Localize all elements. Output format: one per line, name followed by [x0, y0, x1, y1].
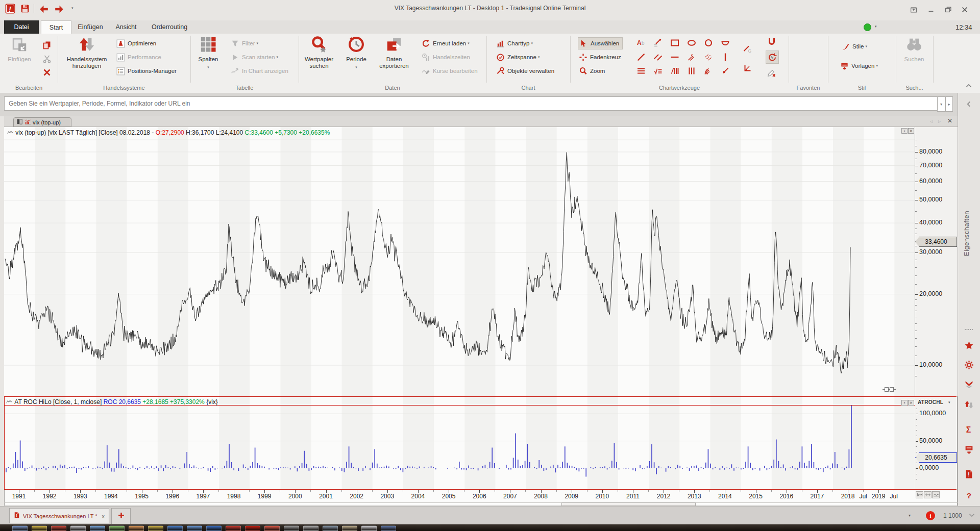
info-badge[interactable]: i — [926, 511, 935, 520]
window-pin-button-icon[interactable] — [910, 6, 918, 14]
taskbar-app-icon[interactable] — [90, 525, 105, 531]
ribbon-tab-ansicht[interactable]: Ansicht — [110, 20, 142, 34]
taskbar-app-icon[interactable] — [323, 525, 338, 531]
tool-button-kopieren[interactable] — [41, 39, 53, 51]
tool-button-tool-retracements[interactable] — [685, 65, 698, 77]
sidebar-help-icon[interactable]: ? — [964, 491, 974, 500]
button-zeitspanne[interactable]: Zeitspanne▾ — [495, 52, 543, 63]
button-stile[interactable]: Stile▾ — [840, 41, 870, 52]
taskbar-app-icon[interactable] — [70, 525, 86, 531]
taskbar-app-icon[interactable] — [148, 525, 163, 531]
taskbar-app-icon[interactable] — [303, 525, 318, 531]
axis-scale-fixed-button[interactable] — [916, 491, 923, 498]
formula-input[interactable] — [4, 96, 944, 111]
tool-button-tool-formel[interactable] — [652, 65, 664, 77]
tool-button-tool-linienbuendel[interactable] — [635, 65, 647, 77]
tool-button-tool-pfeil[interactable] — [719, 65, 731, 77]
taskbar-app-icon[interactable] — [342, 525, 357, 531]
tab-nav-prev[interactable]: ◃ — [930, 119, 935, 124]
forward-button-icon[interactable] — [54, 4, 64, 14]
status-expand-icon[interactable] — [968, 511, 976, 519]
tool-button-tool-kreis[interactable] — [702, 37, 715, 49]
sidebar-sort-icon[interactable] — [964, 400, 974, 410]
taskbar-app-icon[interactable] — [167, 525, 183, 531]
sidebar-templates-icon[interactable] — [964, 445, 974, 454]
tool-button-tool-text[interactable]: Ab — [635, 37, 647, 49]
taskbar-app-icon[interactable] — [12, 525, 28, 531]
tool-button-tool-winkel[interactable] — [741, 62, 753, 74]
back-button-icon[interactable] — [39, 4, 49, 14]
qat-customize-button[interactable]: ▾ — [71, 6, 77, 11]
sidebar-favorites-icon[interactable] — [964, 341, 974, 350]
button-positions-manager[interactable]: Positions-Manager — [115, 65, 180, 77]
tool-button-tool-fibonacci[interactable] — [669, 65, 681, 77]
taskbar-app-icon[interactable] — [264, 525, 280, 531]
sidebar-expand-all-icon[interactable] — [964, 380, 974, 389]
zoom-dropdown[interactable]: ▾ — [909, 513, 914, 518]
button-optimieren[interactable]: Optimieren — [115, 38, 159, 49]
connection-dropdown[interactable]: ▾ — [875, 24, 880, 30]
taskbar-app-icon[interactable] — [381, 525, 396, 531]
button-wertpapier-suchen[interactable]: Wertpapiersuchen — [301, 36, 337, 84]
ribbon-collapse-icon[interactable] — [965, 82, 973, 90]
roc-chart-plot[interactable] — [5, 397, 915, 489]
tool-button-tool-loeschen[interactable] — [766, 66, 778, 79]
tool-button-tool-pitchfork[interactable] — [685, 51, 698, 63]
pane-maximize-button[interactable]: ▪ — [901, 400, 908, 406]
ribbon-tab-datei[interactable]: Datei — [4, 20, 39, 34]
properties-panel-tab[interactable]: Eigenschaften — [963, 190, 976, 256]
taskbar-app-icon[interactable] — [361, 525, 377, 531]
document-tab-close[interactable]: x — [102, 513, 105, 519]
chart-h-scrollbar[interactable] — [4, 502, 958, 506]
button-handelssystem-hinzufuegen[interactable]: Handelssystemhinzufügen — [63, 36, 111, 84]
roc-axis-dropdown[interactable]: ▾ — [948, 400, 953, 406]
taskbar-app-icon[interactable] — [32, 525, 47, 531]
tool-button-tool-vertikale-linie[interactable] — [719, 51, 731, 63]
button-objekte-verwalten[interactable]: Objekte verwalten — [495, 65, 557, 77]
pane-close-button[interactable]: ✕ — [908, 400, 914, 406]
tool-button-tool-gann[interactable]: G — [741, 43, 753, 55]
tool-button-tool-horizontale-linie[interactable] — [669, 51, 681, 63]
roc-axis-name[interactable]: ATROCHL — [918, 399, 943, 405]
pane-link-icon[interactable] — [883, 387, 896, 392]
tool-button-tool-ellipse[interactable] — [685, 37, 698, 49]
tool-button-tool-halbkreis[interactable] — [719, 37, 731, 49]
tool-button-tool-linie[interactable] — [635, 51, 647, 63]
ribbon-tab-orderrouting[interactable]: Orderrouting — [146, 20, 193, 34]
save-button-icon[interactable] — [20, 4, 30, 13]
main-chart-plot[interactable] — [4, 127, 915, 396]
button-auswaehlen[interactable]: Auswählen — [578, 37, 623, 49]
window-close-button-icon[interactable] — [961, 6, 969, 14]
button-zoom-tool[interactable]: Zoom — [578, 65, 608, 77]
sidebar-collapse-icon[interactable] — [965, 100, 973, 108]
button-erneut-laden[interactable]: Erneut laden▾ — [421, 38, 473, 49]
window-minimize-button-icon[interactable] — [927, 6, 935, 14]
document-tab[interactable]: ! VIX Tagesschwankungen LT * x — [9, 508, 109, 523]
taskbar-app-icon[interactable] — [187, 525, 202, 531]
taskbar-app-icon[interactable] — [51, 525, 66, 531]
tool-button-tool-rechteck[interactable] — [669, 37, 681, 49]
sidebar-statistics-icon[interactable]: Σ — [964, 425, 974, 435]
ribbon-tab-start[interactable]: Start — [41, 20, 71, 34]
chart-h-scrollbar-thumb[interactable] — [561, 502, 696, 506]
taskbar-app-icon[interactable] — [284, 525, 299, 531]
taskbar-app-icon[interactable] — [226, 525, 241, 531]
button-daten-exportieren[interactable]: Datenexportieren — [376, 36, 412, 84]
pane-close-button[interactable]: ✕ — [908, 128, 914, 134]
axis-scale-auto-button[interactable] — [932, 491, 940, 498]
taskbar-app-icon[interactable] — [245, 525, 260, 531]
tool-button-tool-parallele[interactable] — [652, 51, 664, 63]
button-fadenkreuz[interactable]: Fadenkreuz — [578, 52, 624, 63]
tool-button-loeschen[interactable] — [41, 66, 53, 79]
taskbar-app-icon[interactable] — [129, 525, 144, 531]
tool-button-tool-boegen[interactable] — [702, 65, 715, 77]
axis-scale-fit-button[interactable] — [924, 491, 932, 498]
ribbon-tab-einfuegen[interactable]: Einfügen — [75, 20, 106, 34]
button-vorlagen[interactable]: Vorlagen▾ — [839, 60, 881, 71]
formula-dropdown-button[interactable]: ▾ — [937, 96, 945, 112]
sidebar-drag-handle-icon[interactable] — [964, 325, 973, 334]
taskbar-app-icon[interactable] — [109, 525, 125, 531]
button-charttyp[interactable]: Charttyp▾ — [495, 38, 536, 49]
tab-nav-next[interactable]: ▹ — [938, 119, 943, 124]
app-logo-button-icon[interactable]: ! — [5, 4, 15, 14]
